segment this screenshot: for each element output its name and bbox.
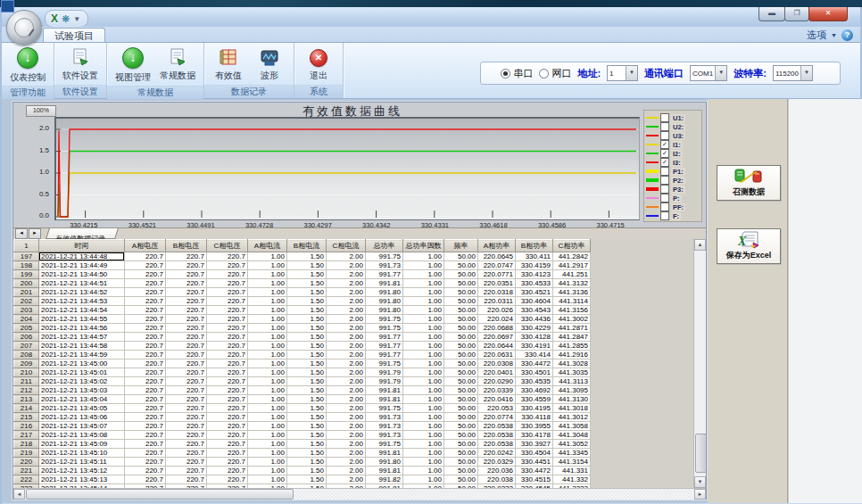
cell-value[interactable]: 330.4543 (516, 306, 553, 315)
cell-value[interactable]: 2.00 (327, 359, 366, 368)
legend-checkbox[interactable] (660, 167, 669, 176)
cell-value[interactable]: 50.00 (444, 377, 478, 386)
column-header[interactable]: B相功率 (516, 240, 553, 252)
cell-value[interactable]: 50.00 (444, 475, 478, 484)
restore-button[interactable]: ❐ (784, 7, 809, 21)
cell-value[interactable]: 2.00 (327, 467, 366, 475)
legend-checkbox[interactable] (660, 176, 669, 185)
cell-value[interactable]: 50.00 (444, 395, 478, 404)
cell-value[interactable]: 220.7 (166, 342, 207, 351)
cell-value[interactable]: 1.00 (403, 404, 444, 413)
cell-value[interactable]: 330.4178 (516, 431, 553, 440)
cell-value[interactable]: 50.00 (444, 270, 478, 279)
legend-checkbox[interactable] (660, 122, 669, 131)
cell-value[interactable]: 220.7 (125, 324, 166, 333)
cell-value[interactable]: 50.00 (444, 333, 478, 342)
cell-value[interactable]: 220.7 (207, 431, 248, 440)
cell-value[interactable]: 220.7 (207, 395, 248, 404)
cell-value[interactable]: 1.00 (403, 288, 444, 297)
fetch-data-button[interactable]: 召测数据 (717, 165, 781, 201)
save-excel-button[interactable]: X 保存为Excel (717, 228, 781, 264)
row-number[interactable]: 197 (14, 252, 39, 261)
cell-value[interactable]: 220.7 (125, 386, 166, 395)
row-number[interactable]: 214 (14, 404, 39, 413)
radio-network-port[interactable]: 网口 (539, 67, 571, 80)
row-number[interactable]: 209 (14, 359, 39, 368)
cell-value[interactable]: 330.4472 (516, 467, 553, 475)
cell-value[interactable]: 330.4604 (516, 297, 553, 306)
cell-value[interactable]: 50.00 (444, 422, 478, 431)
cell-value[interactable]: 1.50 (287, 261, 327, 270)
cell-value[interactable]: 220.7 (166, 359, 207, 368)
cell-value[interactable]: 50.00 (444, 458, 478, 467)
cell-value[interactable]: 441.3132 (553, 279, 591, 288)
cell-time[interactable]: 2021-12-21 13:45:02 (39, 377, 125, 386)
cell-value[interactable]: 50.00 (444, 306, 478, 315)
cell-value[interactable]: 991.80 (366, 288, 403, 297)
cell-value[interactable]: 441.3113 (553, 377, 591, 386)
cell-time[interactable]: 2021-12-21 13:44:49 (39, 261, 125, 270)
cell-value[interactable]: 330.4191 (516, 342, 553, 351)
cell-value[interactable]: 220.7 (166, 475, 207, 484)
cell-value[interactable]: 991.77 (366, 342, 403, 351)
excel-icon[interactable]: X (51, 13, 58, 24)
cell-value[interactable]: 1.50 (287, 458, 327, 467)
cell-value[interactable]: 1.50 (287, 467, 327, 475)
cell-value[interactable]: 220.7 (166, 315, 207, 324)
cell-value[interactable]: 50.00 (444, 261, 478, 270)
cell-value[interactable]: 1.00 (248, 342, 287, 351)
cell-value[interactable]: 1.50 (287, 440, 327, 449)
cell-value[interactable]: 220.7 (207, 377, 248, 386)
cell-value[interactable]: 330.4521 (516, 288, 553, 297)
cell-time[interactable]: 2021-12-21 13:45:06 (39, 413, 125, 422)
legend-checkbox[interactable]: ✓ (660, 158, 669, 167)
cell-value[interactable]: 441.3028 (553, 359, 591, 368)
legend-checkbox[interactable] (660, 185, 669, 194)
cell-value[interactable]: 220.036 (478, 467, 516, 475)
cell-value[interactable]: 1.50 (287, 279, 327, 288)
cell-value[interactable]: 1.00 (403, 279, 444, 288)
cell-value[interactable]: 220.0774 (478, 413, 516, 422)
cell-value[interactable]: 330.4159 (516, 261, 553, 270)
row-number[interactable]: 211 (14, 377, 39, 386)
cell-value[interactable]: 220.7 (166, 333, 207, 342)
cell-value[interactable]: 1.00 (248, 351, 287, 359)
cell-value[interactable]: 220.7 (125, 279, 166, 288)
cell-value[interactable]: 220.7 (166, 386, 207, 395)
cell-value[interactable]: 991.80 (366, 458, 403, 467)
cell-value[interactable]: 330.4501 (516, 368, 553, 377)
cell-value[interactable]: 1.00 (248, 413, 287, 422)
row-number[interactable]: 222 (14, 475, 39, 484)
scrollbar-thumb[interactable] (26, 489, 294, 500)
cell-value[interactable]: 330.4559 (516, 395, 553, 404)
cell-value[interactable]: 1.50 (287, 475, 327, 484)
column-header[interactable]: C相功率 (553, 240, 591, 252)
cell-value[interactable]: 220.7 (207, 368, 248, 377)
cell-value[interactable]: 330.4515 (516, 475, 553, 484)
cell-value[interactable]: 441.251 (553, 270, 591, 279)
cell-value[interactable]: 1.00 (403, 368, 444, 377)
cell-value[interactable]: 1.00 (403, 475, 444, 484)
regular-data-button[interactable]: 常规数据 (156, 45, 199, 84)
cell-value[interactable]: 1.50 (287, 449, 327, 458)
column-header[interactable]: 总功率因数 (403, 240, 444, 252)
cell-value[interactable]: 220.0538 (478, 422, 516, 431)
cell-value[interactable]: 220.7 (125, 342, 166, 351)
cell-value[interactable]: 220.0747 (478, 261, 516, 270)
cell-value[interactable]: 330.4535 (516, 377, 553, 386)
cell-value[interactable]: 220.053 (478, 404, 516, 413)
cell-value[interactable]: 1.50 (287, 377, 327, 386)
cell-value[interactable]: 2.00 (327, 288, 366, 297)
cell-value[interactable]: 50.00 (444, 440, 478, 449)
cell-value[interactable]: 1.00 (248, 252, 287, 261)
cell-value[interactable]: 220.7 (207, 270, 248, 279)
cell-value[interactable]: 220.7 (207, 440, 248, 449)
cell-value[interactable]: 220.7 (125, 404, 166, 413)
cell-time[interactable]: 2021-12-21 13:44:58 (39, 342, 125, 351)
cell-value[interactable]: 330.4229 (516, 324, 553, 333)
row-number[interactable]: 208 (14, 351, 39, 359)
cell-value[interactable]: 1.50 (287, 413, 327, 422)
cell-value[interactable]: 50.00 (444, 449, 478, 458)
cell-value[interactable]: 991.80 (366, 306, 403, 315)
cell-value[interactable]: 220.7 (166, 413, 207, 422)
